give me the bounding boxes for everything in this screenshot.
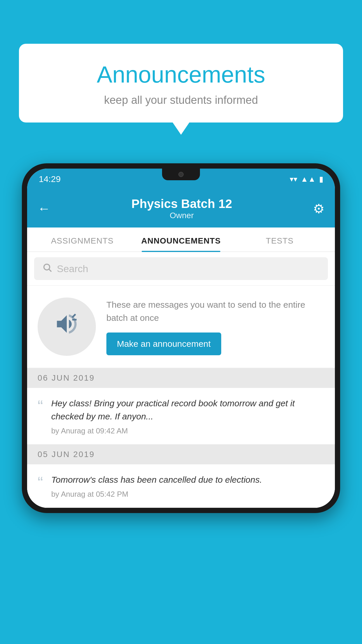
announcement-meta-2: by Anurag at 05:42 PM — [51, 490, 324, 499]
promo-text-group: These are messages you want to send to t… — [106, 298, 324, 355]
date-separator-1: 06 JUN 2019 — [27, 368, 335, 388]
settings-button[interactable]: ⚙ — [313, 201, 324, 216]
announcement-text-group-2: Tomorrow's class has been cancelled due … — [51, 473, 324, 499]
announcement-text-1: Hey class! Bring your practical record b… — [51, 397, 324, 423]
phone-screen: 14:29 ▾▾ ▲▲ ▮ ← Physics Batch 12 Owner ⚙ — [27, 169, 335, 508]
promo-description: These are messages you want to send to t… — [106, 298, 324, 324]
status-time: 14:29 — [39, 174, 61, 184]
promo-card: These are messages you want to send to t… — [27, 286, 335, 368]
phone-container: 14:29 ▾▾ ▲▲ ▮ ← Physics Batch 12 Owner ⚙ — [22, 163, 340, 644]
search-icon — [42, 262, 52, 275]
search-placeholder: Search — [57, 263, 88, 274]
wifi-icon: ▾▾ — [290, 175, 297, 184]
megaphone-icon — [54, 311, 80, 343]
search-box[interactable]: Search — [34, 257, 328, 280]
promo-icon-circle — [38, 298, 96, 356]
bubble-title: Announcements — [36, 61, 326, 88]
back-button[interactable]: ← — [38, 201, 50, 216]
svg-line-1 — [49, 269, 51, 272]
announcement-text-2: Tomorrow's class has been cancelled due … — [51, 473, 324, 486]
search-container: Search — [27, 252, 335, 285]
date-separator-2: 05 JUN 2019 — [27, 444, 335, 464]
tab-announcements[interactable]: ANNOUNCEMENTS — [132, 228, 231, 251]
status-icons: ▾▾ ▲▲ ▮ — [290, 175, 323, 184]
speech-bubble-section: Announcements keep all your students inf… — [19, 44, 343, 123]
make-announcement-button[interactable]: Make an announcement — [106, 332, 221, 355]
announcement-text-group-1: Hey class! Bring your practical record b… — [51, 397, 324, 435]
notch — [162, 169, 200, 180]
tab-tests[interactable]: TESTS — [230, 228, 329, 251]
quote-icon-1: “ — [38, 397, 43, 414]
battery-icon: ▮ — [319, 175, 323, 184]
content-area: Search — [27, 252, 335, 508]
svg-point-0 — [44, 264, 50, 270]
speech-bubble: Announcements keep all your students inf… — [19, 44, 343, 123]
header-title: Physics Batch 12 — [50, 197, 313, 211]
signal-icon: ▲▲ — [301, 175, 316, 184]
header-subtitle: Owner — [50, 211, 313, 220]
announcement-item-2[interactable]: “ Tomorrow's class has been cancelled du… — [27, 464, 335, 508]
tab-assignments[interactable]: ASSIGNMENTS — [33, 228, 132, 251]
status-bar: 14:29 ▾▾ ▲▲ ▮ — [27, 169, 335, 190]
announcement-meta-1: by Anurag at 09:42 AM — [51, 426, 324, 435]
quote-icon-2: “ — [38, 473, 43, 491]
camera — [178, 172, 184, 177]
announcement-item-1[interactable]: “ Hey class! Bring your practical record… — [27, 388, 335, 444]
header-title-group: Physics Batch 12 Owner — [50, 197, 313, 220]
tabs-bar: ASSIGNMENTS ANNOUNCEMENTS TESTS — [27, 228, 335, 252]
app-header: ← Physics Batch 12 Owner ⚙ — [27, 190, 335, 228]
phone-frame: 14:29 ▾▾ ▲▲ ▮ ← Physics Batch 12 Owner ⚙ — [22, 163, 340, 513]
svg-line-2 — [72, 314, 75, 317]
bubble-subtitle: keep all your students informed — [36, 94, 326, 106]
